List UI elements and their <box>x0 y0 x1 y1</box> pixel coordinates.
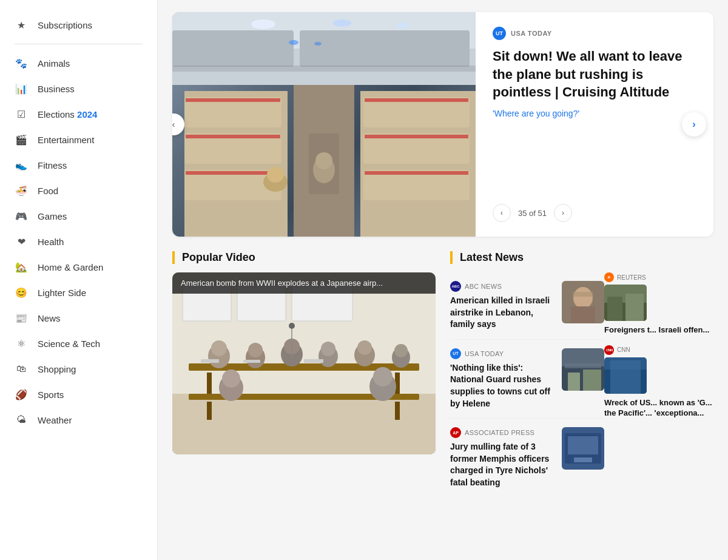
svg-point-62 <box>289 323 295 329</box>
news-thumb <box>562 427 604 470</box>
games-icon: 🎮 <box>15 209 28 223</box>
sidebar-item-label: Sports <box>38 390 64 400</box>
sidebar-item-news[interactable]: 📰 News <box>0 305 157 331</box>
news-item-source: ABC ABC News <box>450 281 554 292</box>
news-item[interactable]: AP Associated Press Jury mulling fate of… <box>450 419 604 497</box>
news-item[interactable]: UT USA TODAY 'Nothing like this': Nation… <box>450 340 604 419</box>
right-news-item[interactable]: CNN CNN Wreck of US... known as 'G... th… <box>604 345 713 419</box>
sidebar-item-label: Elections 2024 <box>38 109 97 120</box>
sports-icon: 🏈 <box>15 388 28 401</box>
svg-point-49 <box>321 342 335 356</box>
news-item-content: UT USA TODAY 'Nothing like this': Nation… <box>450 348 554 410</box>
right-headline: Wreck of US... known as 'G... the Pacifi… <box>604 397 713 419</box>
sidebar-item-label: Lighter Side <box>38 288 86 298</box>
right-thumb <box>604 285 647 321</box>
right-news-col: R Reuters Foreigners t... Israeli off <box>604 272 713 498</box>
svg-point-4 <box>251 19 275 29</box>
svg-point-64 <box>573 287 593 309</box>
elections-icon: ☑ <box>15 107 28 121</box>
sidebar-item-label: Business <box>38 84 75 94</box>
source-name: USA TODAY <box>511 30 552 37</box>
news-item-content: AP Associated Press Jury mulling fate of… <box>450 427 554 488</box>
sidebar-item-games[interactable]: 🎮 Games <box>0 203 157 229</box>
pagination-prev-button[interactable]: ‹ <box>493 204 511 222</box>
sidebar-item-entertainment[interactable]: 🎬 Entertainment <box>0 127 157 152</box>
sidebar-item-label: Fitness <box>38 160 67 170</box>
hero-card: ‹ UT USA TODAY Sit down! We all want to … <box>172 12 713 237</box>
right-source: CNN CNN <box>604 345 713 355</box>
svg-point-27 <box>267 167 284 183</box>
sidebar-item-label: News <box>38 313 61 323</box>
svg-rect-29 <box>309 133 339 194</box>
popular-video-section: Popular Video <box>172 251 436 498</box>
svg-rect-41 <box>395 402 400 420</box>
sidebar: ★ Subscriptions 🐾 Animals 📊 Business ☑ E… <box>0 0 158 560</box>
svg-rect-74 <box>568 436 598 454</box>
news-item-source: AP Associated Press <box>450 427 554 438</box>
fitness-icon: 👟 <box>15 158 28 172</box>
sidebar-item-fitness[interactable]: 👟 Fitness <box>0 152 157 178</box>
news-item[interactable]: ABC ABC News American killed in Israeli … <box>450 272 604 340</box>
news-thumb <box>562 348 604 391</box>
svg-rect-79 <box>625 294 644 321</box>
sidebar-item-sports[interactable]: 🏈 Sports <box>0 382 157 407</box>
svg-point-7 <box>289 40 298 45</box>
svg-rect-66 <box>573 292 593 297</box>
hero-image <box>172 12 476 237</box>
star-icon: ★ <box>15 18 28 32</box>
latest-news-wrapper: ABC ABC News American killed in Israeli … <box>450 272 713 498</box>
lighter-side-icon: 😊 <box>15 286 28 299</box>
bottom-row: Popular Video <box>172 251 713 498</box>
sidebar-item-food[interactable]: 🍜 Food <box>0 178 157 203</box>
hero-title: Sit down! We all want to leave the plane… <box>493 47 696 101</box>
news-headline: 'Nothing like this': National Guard rush… <box>450 362 554 410</box>
sidebar-divider <box>15 44 143 44</box>
news-source-name: ABC News <box>465 283 502 290</box>
hero-image-container: ‹ <box>172 12 476 237</box>
sidebar-item-shopping[interactable]: 🛍 Shopping <box>0 356 157 382</box>
sidebar-item-label: Health <box>38 237 64 247</box>
svg-point-51 <box>357 340 372 355</box>
sidebar-item-weather[interactable]: 🌤 Weather <box>0 407 157 433</box>
hero-content: UT USA TODAY Sit down! We all want to le… <box>476 12 713 237</box>
pagination-next-button[interactable]: › <box>554 204 572 222</box>
right-source-name: CNN <box>617 346 630 353</box>
sidebar-item-science-tech[interactable]: ⚛ Science & Tech <box>0 331 157 356</box>
reuters-logo: R <box>604 272 614 282</box>
svg-point-43 <box>211 340 227 356</box>
sidebar-item-label: Weather <box>38 415 72 425</box>
svg-rect-16 <box>186 171 280 175</box>
sidebar-item-lighter-side[interactable]: 😊 Lighter Side <box>0 280 157 305</box>
sidebar-item-label: Games <box>38 211 67 221</box>
sidebar-item-home-garden[interactable]: 🏡 Home & Garden <box>0 254 157 280</box>
sidebar-item-elections[interactable]: ☑ Elections 2024 <box>0 101 157 127</box>
svg-point-45 <box>248 343 263 357</box>
hero-pagination: ‹ 35 of 51 › <box>493 204 696 222</box>
hero-source: UT USA TODAY <box>493 27 696 40</box>
hero-next-button[interactable]: › <box>682 112 706 137</box>
svg-rect-70 <box>583 369 601 391</box>
sidebar-item-label: Shopping <box>38 364 76 374</box>
video-title-overlay: American bomb from WWII explodes at a Ja… <box>172 272 436 294</box>
sidebar-item-label: Science & Tech <box>38 339 100 349</box>
sidebar-item-label: Subscriptions <box>38 20 92 30</box>
sidebar-item-label: Home & Garden <box>38 262 103 272</box>
animals-icon: 🐾 <box>15 56 28 70</box>
sidebar-item-animals[interactable]: 🐾 Animals <box>0 50 157 76</box>
science-tech-icon: ⚛ <box>15 337 28 350</box>
sidebar-item-subscriptions[interactable]: ★ Subscriptions <box>0 12 157 38</box>
sidebar-item-health[interactable]: ❤ Health <box>0 229 157 254</box>
right-news-item[interactable]: R Reuters Foreigners t... Israeli off <box>604 272 713 336</box>
news-icon: 📰 <box>15 311 28 325</box>
svg-point-57 <box>373 367 393 386</box>
svg-rect-71 <box>565 363 601 368</box>
sidebar-item-business[interactable]: 📊 Business <box>0 76 157 101</box>
svg-rect-58 <box>201 359 219 363</box>
svg-point-53 <box>394 344 408 357</box>
pagination-count: 35 of 51 <box>518 209 547 218</box>
svg-point-8 <box>314 42 322 46</box>
svg-rect-82 <box>610 360 641 394</box>
shopping-icon: 🛍 <box>15 362 28 376</box>
video-thumbnail[interactable]: American bomb from WWII explodes at a Ja… <box>172 272 436 454</box>
right-source: R Reuters <box>604 272 713 282</box>
